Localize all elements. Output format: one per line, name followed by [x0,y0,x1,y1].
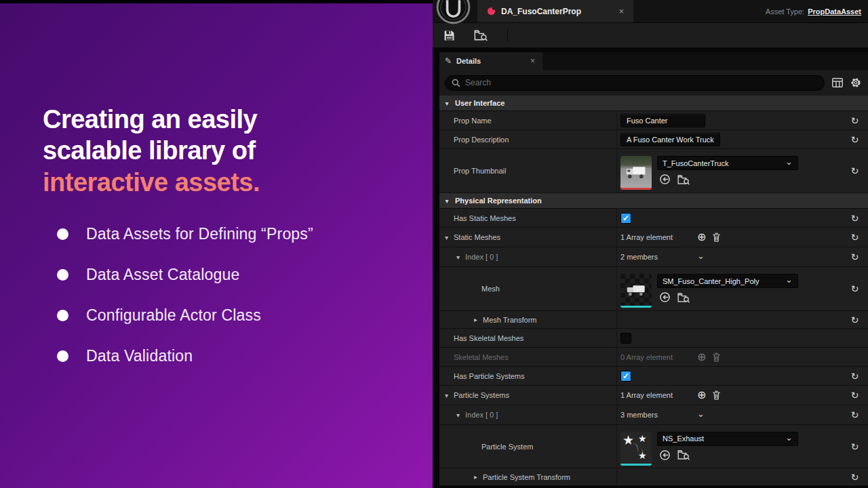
browse-to-asset-icon[interactable] [677,292,690,303]
chevron-down-icon[interactable]: ▾ [454,411,462,419]
row-has-particle-systems: Has Particle Systems ✓ ↺ [439,367,868,386]
reset-to-default-icon[interactable]: ↺ [851,390,859,401]
property-label: Prop Thumbnail [454,167,506,175]
texture-asset-dropdown[interactable]: T_FusoCanterTruck ⌄ [657,156,798,170]
reset-to-default-icon[interactable]: ↺ [851,165,859,176]
folder-search-icon [474,29,488,41]
struct-members-count: 2 members [620,253,691,261]
property-label: Mesh Transform [483,316,536,324]
row-prop-thumbnail: Prop Thumbnail [439,149,868,193]
close-icon[interactable]: × [616,6,627,16]
static-mesh-thumbnail[interactable] [620,274,652,308]
mesh-truck-icon [625,283,647,298]
has-particle-systems-checkbox[interactable]: ✓ [620,371,631,382]
details-tab-bar: ✎ Details × [439,52,868,70]
truck-photo-icon [625,164,648,180]
reset-to-default-icon[interactable]: ↺ [851,134,859,145]
category-label: User Interface [455,99,505,107]
save-button[interactable] [443,30,455,41]
niagara-system-dropdown[interactable]: NS_Exhaust ⌄ [657,432,798,446]
search-input[interactable] [465,78,818,87]
texture-thumbnail[interactable] [620,156,652,190]
has-static-meshes-checkbox[interactable]: ✓ [620,213,631,224]
list-item: Data Assets for Defining “Props” [57,214,313,254]
category-user-interface[interactable]: ▾ User Interface [439,96,868,111]
tab-details[interactable]: ✎ Details × [439,52,542,70]
unreal-asset-editor: DA_FusoCanterProp × Asset Type: PropData… [433,0,868,488]
reset-to-default-icon[interactable]: ↺ [851,283,859,294]
reset-to-default-icon[interactable]: ↺ [851,441,859,452]
search-icon [452,79,460,87]
gear-icon[interactable] [850,77,861,88]
tab-da-fusocanterprop[interactable]: DA_FusoCanterProp × [477,0,633,22]
reset-to-default-icon[interactable]: ↺ [851,472,859,483]
reset-to-default-icon[interactable]: ↺ [851,251,859,262]
reset-to-default-icon[interactable]: ↺ [851,115,859,126]
browse-to-asset-icon[interactable] [677,449,690,460]
slide-title-line1: Creating an easily [43,105,257,134]
add-element-icon[interactable]: ⊕ [697,232,706,243]
row-particle-system-transform: ▸ Particle System Transform ↺ [439,468,868,486]
reset-to-default-icon[interactable]: ↺ [851,371,859,382]
reset-to-default-icon[interactable]: ↺ [851,409,859,420]
browse-to-asset-icon[interactable] [677,174,690,185]
category-physical-representation[interactable]: ▾ Physical Representation [439,193,868,209]
unreal-engine-logo-icon[interactable] [435,0,472,26]
save-icon [443,30,455,41]
search-box[interactable] [445,75,825,91]
asset-tab-bar: DA_FusoCanterProp × Asset Type: PropData… [433,0,868,22]
slide-title-accent: interactive assets. [43,168,260,197]
star-icon: ★ [638,433,647,444]
chevron-right-icon[interactable]: ▸ [471,316,480,323]
chevron-down-icon[interactable]: ▾ [443,100,451,107]
array-count: 1 Array element [620,391,691,399]
slide-title: Creating an easily scalable library of i… [43,104,260,198]
property-label: Index [ 0 ] [465,253,498,261]
property-label: Prop Name [454,117,492,125]
delete-all-elements-icon[interactable] [712,390,721,400]
star-icon: ★ [638,450,647,461]
prop-name-field[interactable]: Fuso Canter [620,114,705,127]
row-prop-name: Prop Name Fuso Canter ↺ [439,111,868,130]
display-grid-icon[interactable] [832,78,843,87]
property-label: Mesh [481,285,500,293]
use-selected-asset-icon[interactable] [659,174,671,185]
reset-to-default-icon[interactable]: ↺ [851,232,859,243]
close-icon[interactable]: × [528,56,537,66]
element-options-icon[interactable]: ⌄ [697,409,705,419]
use-selected-asset-icon[interactable] [659,449,671,461]
chevron-right-icon[interactable]: ▸ [471,473,480,481]
niagara-system-thumbnail[interactable]: ⌒ ⌒ ★ ★ ★ [620,432,652,466]
editor-toolbar [433,22,868,48]
chevron-down-icon[interactable]: ▾ [443,197,451,205]
has-skeletal-meshes-checkbox[interactable] [620,333,631,344]
static-mesh-dropdown[interactable]: SM_Fuso_Canter_High_Poly ⌄ [657,274,798,288]
details-search-row [439,70,868,96]
row-has-skeletal-meshes: Has Skeletal Meshes [439,329,868,348]
chevron-down-icon: ⌄ [785,432,793,443]
struct-members-count: 3 members [620,411,691,419]
prop-description-field[interactable]: A Fuso Canter Work Truck [620,133,720,146]
chevron-down-icon[interactable]: ▾ [442,392,451,399]
browse-to-asset-button[interactable] [474,29,488,41]
bullet-text: Configurable Actor Class [86,306,261,325]
property-label: Particle System [481,443,533,451]
use-selected-asset-icon[interactable] [659,291,671,303]
asset-type-value[interactable]: PropDataAsset [808,7,861,16]
tab-title: DA_FusoCanterProp [501,7,616,16]
element-options-icon[interactable]: ⌄ [697,251,705,261]
bullet-dot-icon [57,269,68,281]
chevron-down-icon[interactable]: ▾ [442,234,451,241]
bullet-text: Data Asset Catalogue [86,266,239,284]
chevron-down-icon[interactable]: ▾ [454,253,462,261]
property-label: Static Meshes [454,233,500,241]
add-element-icon: ⊕ [697,352,706,363]
row-skeletal-meshes: Skeletal Meshes 0 Array element ⊕ [439,348,868,367]
reset-to-default-icon[interactable]: ↺ [851,314,859,325]
row-static-meshes: ▾ Static Meshes 1 Array element ⊕ ↺ [439,228,868,247]
add-element-icon[interactable]: ⊕ [697,390,706,401]
row-mesh: Mesh SM_Fuso [439,267,868,311]
delete-all-elements-icon[interactable] [712,232,721,242]
delete-all-elements-icon [712,352,721,362]
reset-to-default-icon[interactable]: ↺ [851,213,859,224]
